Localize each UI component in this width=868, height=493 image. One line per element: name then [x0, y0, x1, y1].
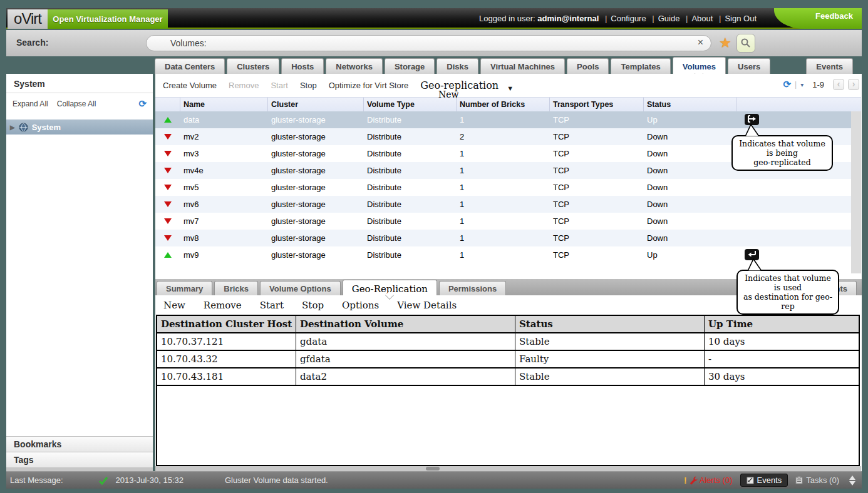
cell-cluster: gluster-storage — [268, 179, 364, 196]
subtab-bricks[interactable]: Bricks — [214, 281, 258, 295]
table-vertical-scrollbar[interactable] — [851, 111, 861, 273]
georep-row[interactable]: 10.70.43.181 data2 Stable 30 days — [157, 368, 859, 386]
header-name[interactable]: Name — [180, 98, 268, 111]
dropdown-caret-icon[interactable]: ▼ — [507, 84, 514, 92]
cell-name: mv9 — [180, 246, 268, 263]
configure-link[interactable]: Configure — [611, 14, 646, 23]
guide-link[interactable]: Guide — [658, 14, 680, 23]
status-up-icon — [164, 117, 172, 123]
header-cluster[interactable]: Cluster — [268, 98, 364, 111]
geo-replication-button[interactable]: Geo-replication — [420, 79, 499, 91]
cell-bricks: 1 — [457, 179, 550, 196]
tree-item-label: System — [32, 123, 61, 132]
tree-item-system[interactable]: ▶ System — [6, 119, 153, 135]
tasks-button[interactable]: Tasks (0) — [792, 474, 843, 486]
start-button: Start — [271, 81, 287, 90]
cell-cluster: gluster-storage — [268, 128, 364, 145]
about-link[interactable]: About — [691, 14, 713, 23]
tasks-label: Tasks (0) — [806, 475, 839, 485]
header-georep-status[interactable]: Status — [515, 316, 705, 332]
tab-virtual-machines[interactable]: Virtual Machines — [480, 58, 565, 74]
table-row[interactable]: mv7 gluster-storage Distribute 1 TCP Dow… — [155, 213, 851, 230]
next-page-button[interactable]: › — [848, 79, 859, 90]
bookmarks-panel-header[interactable]: Bookmarks — [6, 436, 153, 452]
status-down-icon — [164, 235, 172, 241]
clear-search-icon[interactable]: × — [698, 37, 703, 48]
header-up-time[interactable]: Up Time — [705, 316, 859, 332]
tree-refresh-icon[interactable]: ⟳ — [138, 98, 147, 109]
cell-transport: TCP — [550, 111, 644, 128]
status-down-icon — [164, 151, 172, 156]
tab-volumes[interactable]: Volumes — [673, 57, 726, 74]
cell-bricks: 1 — [457, 111, 550, 128]
subtab-summary[interactable]: Summary — [157, 281, 212, 295]
status-bar: Last Message: 2013-Jul-30, 15:32 Gluster… — [6, 471, 862, 489]
header-status[interactable]: Status — [644, 98, 736, 111]
tab-pools[interactable]: Pools — [567, 58, 609, 74]
table-row[interactable]: mv5 gluster-storage Distribute 1 TCP Dow… — [155, 179, 851, 196]
optimize-for-virt-store-button[interactable]: Optimize for Virt Store — [329, 81, 409, 90]
events-footer-button[interactable]: Events — [740, 474, 788, 487]
header-number-of-bricks[interactable]: Number of Bricks — [457, 98, 550, 111]
georep-row[interactable]: 10.70.37.121 gdata Stable 10 days — [157, 333, 859, 351]
tree-expander-icon[interactable]: ▶ — [10, 124, 15, 131]
separator: | — [652, 14, 654, 23]
subtab-geo-replication[interactable]: Geo-Replication — [343, 280, 437, 295]
footer-expand-collapse-button[interactable] — [847, 475, 858, 486]
tab-users[interactable]: Users — [728, 58, 770, 74]
georep-start-button[interactable]: Start — [260, 300, 284, 311]
header-volume-type[interactable]: Volume Type — [364, 98, 457, 111]
horizontal-scrollbar[interactable] — [155, 466, 861, 471]
feedback-button[interactable]: Feedback — [774, 8, 862, 29]
tab-data-centers[interactable]: Data Centers — [155, 58, 225, 74]
alerts-button[interactable]: ! Alerts (0) — [680, 474, 736, 487]
tab-clusters[interactable]: Clusters — [227, 58, 279, 74]
product-title: Open Virtualization Manager — [48, 9, 168, 29]
bookmark-star-icon[interactable]: ★ — [719, 35, 731, 51]
georep-stop-button[interactable]: Stop — [302, 300, 324, 311]
scrollbar-thumb[interactable] — [426, 467, 440, 470]
tab-events[interactable]: Events — [806, 58, 853, 74]
table-row[interactable]: mv8 gluster-storage Distribute 1 TCP Dow… — [155, 230, 851, 246]
cell-host: 10.70.43.181 — [157, 368, 296, 385]
grid-refresh-icon[interactable]: ⟳ — [783, 79, 791, 90]
collapse-all-link[interactable]: Collapse All — [57, 99, 96, 108]
tab-disks[interactable]: Disks — [437, 58, 478, 74]
tab-templates[interactable]: Templates — [611, 58, 670, 74]
cell-transport: TCP — [550, 246, 644, 263]
georep-remove-button[interactable]: Remove — [204, 300, 242, 311]
cell-bricks: 2 — [457, 128, 550, 145]
geo-replication-menu-item-new[interactable]: New — [438, 89, 459, 99]
tab-networks[interactable]: Networks — [326, 58, 383, 74]
status-bar-buttons: ! Alerts (0) Events Tasks (0) — [680, 474, 858, 487]
cell-status: Down — [644, 179, 736, 196]
header-destination-cluster-host[interactable]: Destination Cluster Host — [157, 316, 296, 332]
cell-status: Down — [644, 196, 736, 213]
cell-cluster: gluster-storage — [268, 196, 364, 213]
georep-options-button[interactable]: Options — [342, 300, 379, 311]
georep-new-button[interactable]: New — [163, 300, 185, 311]
prev-page-button[interactable]: ‹ — [833, 79, 844, 90]
georep-row[interactable]: 10.70.43.32 gfdata Faulty - — [157, 351, 859, 368]
stop-button[interactable]: Stop — [300, 81, 317, 90]
cell-bricks: 1 — [457, 230, 550, 246]
tab-hosts[interactable]: Hosts — [281, 58, 324, 74]
tooltip-tail — [743, 258, 767, 271]
cell-volume-type: Distribute — [364, 128, 457, 145]
header-destination-volume[interactable]: Destination Volume — [296, 316, 515, 332]
table-row[interactable]: mv6 gluster-storage Distribute 1 TCP Dow… — [155, 196, 851, 213]
header-transport-types[interactable]: Transport Types — [550, 98, 644, 111]
tab-storage[interactable]: Storage — [385, 58, 435, 74]
expand-all-link[interactable]: Expand All — [13, 99, 48, 108]
create-volume-button[interactable]: Create Volume — [163, 81, 217, 90]
georep-view-details-button[interactable]: View Details — [397, 300, 457, 311]
cell-volume-type: Distribute — [364, 111, 457, 128]
cell-transport: TCP — [550, 145, 644, 162]
subtab-volume-options[interactable]: Volume Options — [260, 281, 341, 295]
sign-out-link[interactable]: Sign Out — [725, 14, 757, 23]
search-button[interactable] — [736, 34, 755, 53]
refresh-dropdown-caret-icon[interactable]: ▾ — [800, 81, 803, 88]
search-input[interactable] — [170, 37, 671, 49]
tags-panel-header[interactable]: Tags — [6, 452, 153, 467]
subtab-permissions[interactable]: Permissions — [439, 281, 506, 295]
